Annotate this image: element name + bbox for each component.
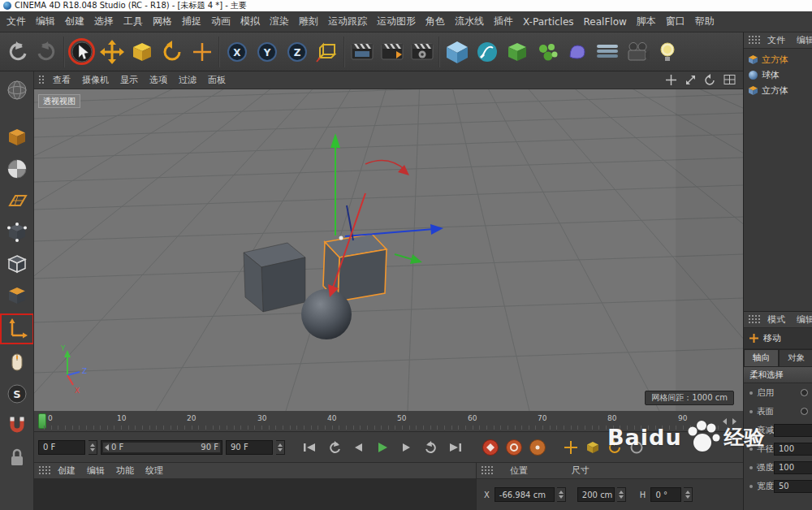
goto-start-button[interactable] [299,438,320,457]
value-stepper[interactable] [684,487,693,502]
radius-field[interactable]: 100 [774,443,812,456]
record-parameter-button[interactable] [627,438,646,457]
tab-axis[interactable]: 轴向 [744,349,779,366]
view-label[interactable]: 透视视图 [38,94,80,108]
width-field[interactable]: 50 [774,480,812,493]
menubar-item[interactable]: 捕捉 [177,15,206,28]
edges-mode-button[interactable] [4,252,30,276]
attribute-menu-item[interactable]: 模式 [762,313,791,326]
texture-mode-button[interactable] [4,157,30,181]
surface-toggle[interactable] [801,408,808,415]
panel-grip[interactable] [482,466,493,476]
points-mode-button[interactable] [4,220,30,244]
menubar-item[interactable]: 雕刻 [294,15,323,28]
object-menu-item[interactable]: 编辑 [791,34,812,46]
redo-button[interactable] [32,34,62,70]
object-row[interactable]: 立方体 [744,83,812,98]
value-stepper[interactable] [557,487,566,502]
menubar-item[interactable]: 模拟 [235,15,265,28]
range-left-handle-icon[interactable] [105,444,109,451]
menubar-item[interactable]: 网格 [148,15,177,28]
panel-grip[interactable] [39,466,50,476]
current-frame-field[interactable]: 0 F [38,440,85,455]
menubar-item[interactable]: 窗口 [661,15,690,28]
menubar-item[interactable]: RealFlow [579,16,632,28]
record-rotation-button[interactable] [605,438,624,457]
play-backwards-button[interactable] [323,438,344,457]
menubar-item[interactable]: X-Particles [518,16,579,28]
snap-badge-button[interactable]: S [4,382,30,406]
pen-tool-button[interactable] [472,34,502,70]
viewport-menu-item[interactable]: 过滤 [173,74,202,86]
deformer-button[interactable] [562,34,592,70]
camera-button[interactable] [622,34,652,70]
menubar-item[interactable]: 运动跟踪 [323,15,372,28]
tab-object[interactable]: 对象 [779,349,812,366]
workplane-mode-button[interactable] [4,188,30,213]
size-x-field[interactable]: 200 cm [577,487,615,502]
scale-tool-button[interactable] [127,34,157,70]
autokey-button[interactable] [503,437,524,457]
render-picture-viewer-button[interactable] [377,34,407,70]
rotate-view-icon[interactable] [704,74,716,86]
toggle-view-icon[interactable] [723,74,736,86]
render-view-button[interactable] [347,34,377,70]
pan-view-icon[interactable] [665,74,677,86]
recent-tool-button[interactable] [187,34,217,70]
viewport-menu-item[interactable]: 显示 [114,74,144,86]
viewport-canvas[interactable]: Y Z X [34,89,743,411]
live-selection-button[interactable] [67,34,97,70]
previous-frame-button[interactable] [348,438,369,457]
record-keyframe-button[interactable] [480,437,500,457]
menubar-item[interactable]: 选择 [89,15,119,28]
mograph-button[interactable] [532,34,562,70]
polygons-mode-button[interactable] [4,283,30,308]
timeline-scroll-right-icon[interactable] [732,418,736,425]
rotate-tool-button[interactable] [157,34,187,70]
record-position-button[interactable] [561,438,580,457]
add-cube-button[interactable] [442,34,472,70]
viewport-menu-item[interactable]: 面板 [202,74,231,86]
rotation-h-field[interactable]: 0 ° [650,487,681,502]
goto-end-button[interactable] [445,438,466,457]
sphere-object[interactable] [301,289,352,339]
position-x-field[interactable]: -66.984 cm [495,487,555,502]
zoom-view-icon[interactable] [685,74,697,86]
timeline-scroll-left-icon[interactable] [723,418,727,425]
value-stepper[interactable] [617,487,626,502]
menubar-item[interactable]: 创建 [60,15,89,28]
frame-stepper[interactable] [89,440,97,455]
material-menu-item[interactable]: 功能 [110,465,140,477]
lock-z-button[interactable]: Z [282,34,312,70]
timeline-ruler[interactable]: 0 10 20 30 40 50 60 70 80 90 [34,411,743,432]
floor-button[interactable] [592,34,622,70]
panel-grip[interactable] [749,315,760,325]
subdivision-surface-button[interactable] [502,34,532,70]
menubar-item[interactable]: 编辑 [31,15,60,28]
menubar-item[interactable]: 流水线 [450,15,489,28]
cube-object[interactable] [244,243,305,312]
play-forwards-button[interactable] [421,438,442,457]
falloff-field[interactable] [774,424,812,437]
model-mode-button[interactable] [4,125,30,149]
viewport-menu-item[interactable]: 选项 [144,74,173,86]
menubar-item[interactable]: 脚本 [632,15,661,28]
enable-toggle[interactable] [801,389,808,396]
material-menu-item[interactable]: 纹理 [140,465,169,477]
render-settings-button[interactable] [407,34,437,70]
attribute-menu-item[interactable]: 编辑 [791,313,812,326]
frame-range-slider[interactable]: 0 F 90 F [101,440,222,455]
viewport-menu-item[interactable]: 查看 [47,74,76,86]
object-row[interactable]: 立方体 [744,52,812,67]
material-list[interactable] [34,479,476,510]
menubar-item[interactable]: 工具 [119,15,148,28]
panel-grip[interactable] [749,36,760,45]
frame-stepper[interactable] [276,440,285,455]
object-row[interactable]: 球体 [744,67,812,83]
menubar-item[interactable]: 角色 [421,15,450,28]
soft-selection-section[interactable]: 柔和选择 [744,367,812,383]
lock-y-button[interactable]: Y [252,34,282,70]
make-editable-button[interactable] [4,78,30,102]
magnet-snap-button[interactable] [4,413,30,438]
coordinate-system-button[interactable] [312,34,342,70]
